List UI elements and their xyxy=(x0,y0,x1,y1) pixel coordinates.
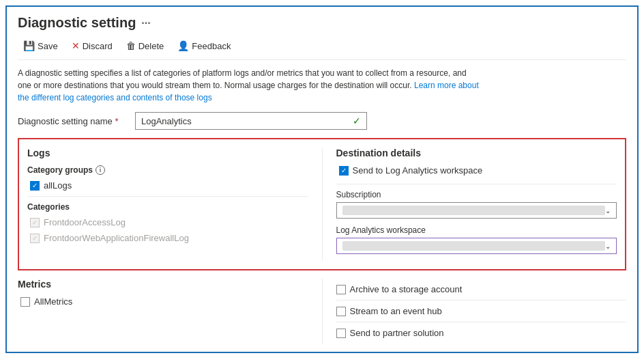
frontdoor-access-label: FrontdoorAccessLog xyxy=(44,217,126,227)
workspace-dropdown[interactable]: ⌄ xyxy=(336,238,617,254)
partner-checkbox[interactable] xyxy=(336,329,346,338)
subscription-row: Subscription ⌄ xyxy=(336,190,617,219)
description-text: A diagnostic setting specifies a list of… xyxy=(18,67,482,104)
event-hub-label: Stream to an event hub xyxy=(350,306,442,316)
bottom-section: Metrics AllMetrics Archive to a storage … xyxy=(18,279,626,344)
log-analytics-checkbox[interactable]: ✓ xyxy=(339,166,349,176)
valid-check-icon: ✓ xyxy=(353,115,361,126)
workspace-value xyxy=(342,241,606,251)
archive-row[interactable]: Archive to a storage account xyxy=(336,279,627,301)
dest-divider-1 xyxy=(336,184,617,184)
discard-icon: ✕ xyxy=(72,40,80,51)
category-groups-label: Category groups i xyxy=(27,165,308,175)
setting-name-input[interactable]: LogAnalytics ✓ xyxy=(135,112,367,130)
metrics-section: Metrics AllMetrics xyxy=(18,279,323,344)
categories-label: Categories xyxy=(27,202,308,212)
workspace-chevron-icon: ⌄ xyxy=(605,242,611,250)
archive-checkbox[interactable] xyxy=(336,285,346,294)
ellipsis-menu[interactable]: ··· xyxy=(141,17,150,29)
destination-section-title: Destination details xyxy=(336,148,617,158)
workspace-row: Log Analytics workspace ⌄ xyxy=(336,225,617,254)
diagnostic-setting-panel: Diagnostic setting ··· 💾 Save ✕ Discard … xyxy=(5,5,639,353)
subscription-label: Subscription xyxy=(336,190,617,199)
category-groups-info-icon[interactable]: i xyxy=(96,165,105,175)
logs-section-title: Logs xyxy=(27,148,308,158)
subscription-value xyxy=(342,206,606,215)
event-hub-row[interactable]: Stream to an event hub xyxy=(336,301,627,322)
subscription-dropdown[interactable]: ⌄ xyxy=(336,202,617,219)
logs-section: Logs Category groups i ✓ allLogs Categor… xyxy=(27,148,323,261)
all-metrics-label: AllMetrics xyxy=(34,296,72,307)
frontdoor-waf-row: ✓ FrontdoorWebApplicationFirewallLog xyxy=(30,233,308,243)
all-metrics-row[interactable]: AllMetrics xyxy=(20,296,308,307)
feedback-icon: 👤 xyxy=(177,40,189,51)
metrics-section-title: Metrics xyxy=(18,279,308,290)
event-hub-checkbox[interactable] xyxy=(336,307,346,316)
subscription-chevron-icon: ⌄ xyxy=(605,207,611,214)
logs-destination-box: Logs Category groups i ✓ allLogs Categor… xyxy=(18,138,626,270)
logs-divider xyxy=(27,196,308,197)
required-marker: * xyxy=(115,116,118,126)
log-analytics-label: Send to Log Analytics workspace xyxy=(353,165,483,176)
setting-name-row: Diagnostic setting name * LogAnalytics ✓ xyxy=(18,112,626,130)
frontdoor-waf-checkbox[interactable]: ✓ xyxy=(30,234,40,243)
all-metrics-checkbox[interactable] xyxy=(20,297,30,307)
discard-button[interactable]: ✕ Discard xyxy=(66,38,118,54)
archive-label: Archive to a storage account xyxy=(350,284,463,294)
page-title: Diagnostic setting xyxy=(18,15,136,31)
partner-row[interactable]: Send to partner solution xyxy=(336,322,627,344)
log-analytics-row[interactable]: ✓ Send to Log Analytics workspace xyxy=(339,165,617,176)
workspace-label: Log Analytics workspace xyxy=(336,225,617,235)
other-destinations-section: Archive to a storage account Stream to a… xyxy=(323,279,627,344)
all-logs-checkbox[interactable]: ✓ xyxy=(30,181,40,191)
feedback-button[interactable]: 👤 Feedback xyxy=(172,38,236,54)
setting-name-label: Diagnostic setting name * xyxy=(18,116,127,126)
toolbar: 💾 Save ✕ Discard 🗑 Delete 👤 Feedback xyxy=(18,38,626,60)
frontdoor-access-checkbox[interactable]: ✓ xyxy=(30,218,40,227)
frontdoor-waf-label: FrontdoorWebApplicationFirewallLog xyxy=(44,233,189,243)
save-icon: 💾 xyxy=(23,40,35,51)
all-logs-row[interactable]: ✓ allLogs xyxy=(30,180,308,191)
delete-icon: 🗑 xyxy=(126,40,136,51)
frontdoor-access-row: ✓ FrontdoorAccessLog xyxy=(30,217,308,227)
destination-section: Destination details ✓ Send to Log Analyt… xyxy=(323,148,617,261)
partner-label: Send to partner solution xyxy=(350,328,444,338)
delete-button[interactable]: 🗑 Delete xyxy=(121,38,170,54)
all-logs-label: allLogs xyxy=(44,180,72,191)
save-button[interactable]: 💾 Save xyxy=(18,38,63,54)
